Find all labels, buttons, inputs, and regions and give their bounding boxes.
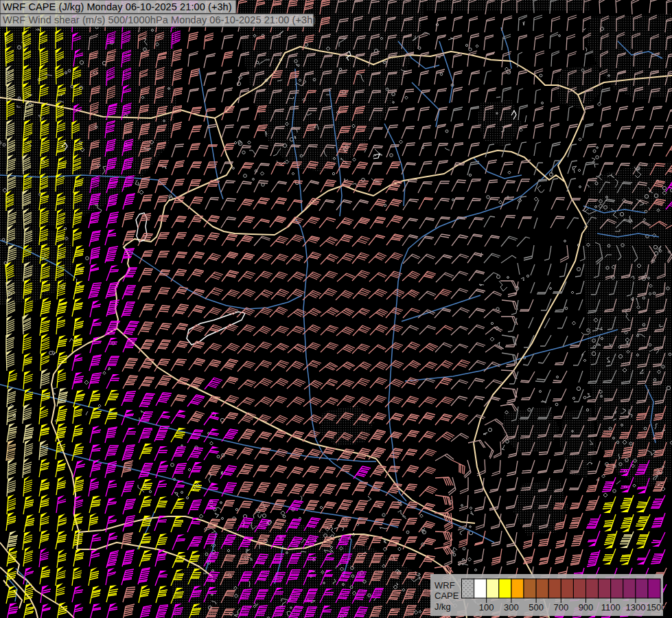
svg-text:1100: 1100	[601, 602, 621, 613]
svg-text:CAPE: CAPE	[435, 591, 459, 601]
svg-text:WRF Wind shear (m/s) 500/1000h: WRF Wind shear (m/s) 500/1000hPa Monday …	[3, 14, 316, 25]
svg-text:700: 700	[553, 602, 568, 613]
svg-text:WRF: WRF	[435, 580, 455, 591]
svg-text:1300: 1300	[625, 602, 645, 613]
svg-text:900: 900	[579, 602, 594, 613]
svg-text:WRF CAPE (J/kg) Monday 06-10-2: WRF CAPE (J/kg) Monday 06-10-2025 21:00 …	[3, 1, 232, 12]
svg-text:100: 100	[479, 602, 494, 613]
svg-text:300: 300	[504, 602, 519, 613]
svg-text:J/kg: J/kg	[435, 602, 451, 612]
svg-text:1500: 1500	[647, 602, 667, 613]
svg-text:500: 500	[529, 602, 544, 613]
